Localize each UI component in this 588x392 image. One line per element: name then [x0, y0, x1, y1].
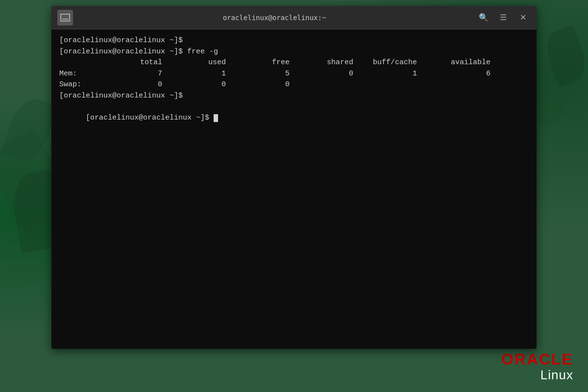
- mem-free: 5: [236, 69, 299, 80]
- close-icon: ✕: [520, 13, 526, 22]
- terminal-window: oraclelinux@oraclelinux:~ 🔍 ☰ ✕ [oraclel…: [51, 6, 537, 349]
- header-free: free: [236, 57, 299, 69]
- swap-available: [427, 79, 490, 91]
- term-line-2: [oraclelinux@oraclelinux ~]$ free -g: [59, 47, 529, 58]
- swap-shared: [299, 79, 363, 91]
- term-mem-row: Mem: 7 1 5 0 1 6: [59, 69, 529, 80]
- swap-buff: [363, 79, 427, 91]
- oracle-text: ORACLE: [501, 351, 573, 368]
- swap-used: 0: [172, 79, 236, 91]
- header-shared: shared: [299, 57, 363, 69]
- mem-label: Mem:: [59, 69, 98, 80]
- title-bar: oraclelinux@oraclelinux:~ 🔍 ☰ ✕: [51, 6, 537, 29]
- header-label: [59, 57, 98, 69]
- oracle-branding: ORACLE Linux: [501, 351, 573, 382]
- mem-shared: 0: [299, 69, 363, 80]
- header-available: available: [427, 57, 490, 69]
- header-buff: buff/cache: [363, 57, 427, 69]
- terminal-cursor: [214, 114, 218, 122]
- window-title: oraclelinux@oraclelinux:~: [73, 14, 476, 22]
- linux-text: Linux: [501, 368, 573, 382]
- decorative-leaf-2: [0, 93, 59, 167]
- terminal-icon: [57, 10, 73, 25]
- search-icon: 🔍: [479, 13, 489, 22]
- close-button[interactable]: ✕: [515, 10, 531, 25]
- window-controls: 🔍 ☰ ✕: [476, 10, 531, 25]
- menu-button[interactable]: ☰: [495, 10, 511, 25]
- menu-icon: ☰: [500, 13, 507, 22]
- term-line-5: [oraclelinux@oraclelinux ~]$: [59, 91, 529, 102]
- mem-used: 1: [172, 69, 236, 80]
- term-line-1: [oraclelinux@oraclelinux ~]$: [59, 35, 529, 47]
- terminal-content[interactable]: [oraclelinux@oraclelinux ~]$ [oraclelinu…: [51, 29, 537, 349]
- mem-available: 6: [427, 69, 490, 80]
- mem-buff: 1: [363, 69, 427, 80]
- oracle-name: ORACLE: [501, 350, 573, 368]
- terminal-icon-graphic: [60, 14, 70, 22]
- header-total: total: [98, 57, 172, 69]
- header-used: used: [172, 57, 236, 69]
- term-header-row: total used free shared buff/cache availa…: [59, 57, 529, 69]
- swap-total: 0: [98, 79, 172, 91]
- swap-free: 0: [236, 79, 299, 91]
- search-button[interactable]: 🔍: [476, 10, 491, 25]
- term-line-6: [oraclelinux@oraclelinux ~]$: [59, 101, 529, 135]
- swap-label: Swap:: [59, 79, 98, 91]
- term-swap-row: Swap: 0 0 0: [59, 79, 529, 91]
- mem-total: 7: [98, 69, 172, 80]
- term-prompt-text: [oraclelinux@oraclelinux ~]$: [86, 114, 214, 122]
